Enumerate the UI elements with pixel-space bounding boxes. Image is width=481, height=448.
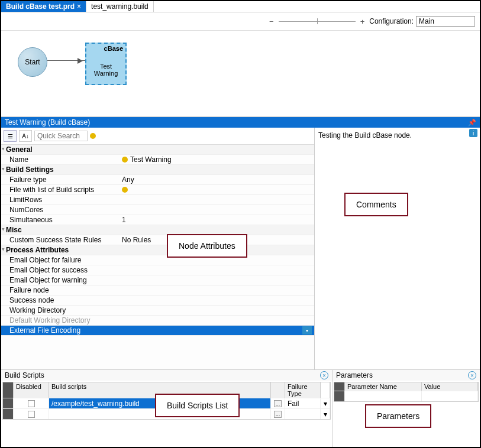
zoom-slider[interactable] — [279, 16, 356, 27]
row-selector-header — [3, 382, 14, 398]
cbase-node[interactable]: cBase Test Warning — [85, 43, 127, 85]
script-header[interactable]: Build scripts — [49, 382, 271, 398]
properties-title: Test Warning (Build cBase) — [5, 118, 90, 126]
failure-type-header[interactable]: Failure Type — [285, 382, 321, 398]
prop-file-scripts-value[interactable] — [120, 185, 314, 194]
table-row[interactable]: ... ▾ — [3, 408, 330, 419]
prop-failure-node-label: Failure node — [1, 285, 120, 295]
browse-header — [271, 382, 285, 398]
tab-label: Build cBase test.prd — [6, 2, 75, 11]
table-row[interactable]: /example/test_warning.build ... Fail ▾ — [3, 398, 330, 408]
failure-cell[interactable] — [285, 408, 321, 419]
tab-test-warning[interactable]: test_warning.build — [86, 1, 154, 12]
prop-working-dir-value[interactable] — [120, 306, 314, 315]
search-input[interactable] — [34, 131, 88, 141]
attributes-toolbar: ☰ A↓ — [1, 128, 314, 145]
tab-label: test_warning.build — [91, 2, 149, 11]
prop-limitrows-value[interactable] — [120, 195, 314, 204]
prop-name-label: Name — [1, 155, 120, 164]
group-build-settings[interactable]: Build Settings — [1, 165, 314, 174]
prop-email-warning-label: Email Object for warning — [1, 275, 120, 285]
comments-panel[interactable]: i Testing the Build cBase node. Comments — [315, 128, 480, 369]
param-value-header[interactable]: Value — [422, 382, 478, 391]
properties-header: Test Warning (Build cBase) 📌 — [1, 117, 480, 128]
start-node[interactable]: Start — [18, 47, 47, 77]
script-cell[interactable]: /example/test_warning.build — [49, 398, 271, 408]
row-selector-header — [334, 382, 345, 391]
prop-default-working-dir-label: Default Working Directory — [1, 316, 120, 325]
chevron-down-icon[interactable]: ▾ — [302, 326, 312, 335]
zoom-out-icon[interactable]: − — [267, 17, 276, 26]
prop-success-node-value[interactable] — [120, 296, 314, 305]
configuration-select[interactable] — [416, 16, 475, 27]
close-panel-icon[interactable]: × — [320, 371, 328, 379]
document-tabs: Build cBase test.prd × test_warning.buil… — [1, 1, 480, 12]
param-value-cell[interactable] — [422, 391, 478, 401]
browse-button[interactable]: ... — [274, 411, 282, 418]
table-row[interactable] — [334, 391, 478, 401]
row-selector-icon[interactable] — [334, 391, 345, 401]
row-selector-icon[interactable] — [3, 398, 14, 408]
row-selector-icon[interactable] — [3, 408, 14, 419]
disabled-checkbox[interactable] — [28, 400, 35, 407]
prop-external-encoding-label: External File Encoding — [1, 326, 120, 335]
prop-email-warning-value[interactable] — [120, 275, 314, 285]
warning-badge-icon — [90, 133, 96, 139]
prop-email-failure-value[interactable] — [120, 255, 314, 265]
prop-file-scripts-label: File with list of Build scripts — [1, 185, 120, 194]
parameters-panel: Parameters × Parameter Name Value Parame… — [332, 370, 480, 447]
annotation-parameters: Parameters — [365, 404, 431, 428]
build-scripts-panel: Build Scripts × Disabled Build scripts F… — [1, 370, 332, 447]
cbase-label: Test Warning — [88, 63, 124, 77]
info-icon[interactable]: i — [469, 129, 477, 137]
prop-numcores-value[interactable] — [120, 205, 314, 215]
attributes-panel: ☰ A↓ General NameTest Warning Build Sett… — [1, 128, 315, 369]
parameters-table: Parameter Name Value — [334, 382, 479, 402]
group-process-attributes[interactable]: Process Attributes — [1, 245, 314, 255]
group-misc[interactable]: Misc — [1, 225, 314, 235]
script-cell[interactable] — [49, 408, 271, 419]
param-name-header[interactable]: Parameter Name — [345, 382, 422, 391]
prop-limitrows-label: LimitRows — [1, 195, 120, 204]
workflow-canvas[interactable]: Start cBase Test Warning — [1, 31, 480, 117]
zoom-in-icon[interactable]: + — [358, 17, 367, 26]
browse-button[interactable]: ... — [274, 400, 282, 407]
categorize-button[interactable]: ☰ — [4, 130, 17, 142]
prop-name-value[interactable]: Test Warning — [120, 155, 314, 164]
prop-failure-node-value[interactable] — [120, 285, 314, 295]
prop-default-working-dir-value — [120, 316, 314, 325]
warning-badge-icon — [122, 157, 128, 163]
prop-success-node-label: Success node — [1, 296, 120, 305]
prop-failure-type-value[interactable]: Any — [120, 175, 314, 184]
close-panel-icon[interactable]: × — [468, 371, 476, 379]
cbase-title: cBase — [88, 45, 124, 52]
pin-icon[interactable]: 📌 — [468, 119, 476, 126]
config-bar: − + Configuration: — [1, 12, 480, 31]
annotation-comments: Comments — [344, 193, 408, 216]
close-icon[interactable]: × — [77, 2, 81, 11]
sort-button[interactable]: A↓ — [19, 130, 32, 142]
prop-simultaneous-label: Simultaneous — [1, 215, 120, 225]
build-scripts-table: Disabled Build scripts Failure Type /exa… — [2, 382, 331, 420]
build-scripts-title: Build Scripts — [5, 371, 44, 379]
connector-arrow — [47, 60, 85, 61]
prop-failure-type-label: Failure type — [1, 175, 120, 184]
param-name-cell[interactable] — [345, 391, 422, 401]
chevron-down-icon[interactable]: ▾ — [321, 398, 330, 408]
disabled-checkbox[interactable] — [28, 411, 35, 418]
prop-simultaneous-value[interactable]: 1 — [120, 215, 314, 225]
property-grid: General NameTest Warning Build Settings … — [1, 145, 314, 369]
prop-custom-rules-value[interactable]: No Rules — [120, 235, 314, 245]
parameters-title: Parameters — [336, 371, 373, 379]
prop-numcores-label: NumCores — [1, 205, 120, 215]
dropdown-header — [321, 382, 330, 398]
prop-external-encoding-value[interactable]: ▾ — [120, 326, 314, 335]
group-general[interactable]: General — [1, 145, 314, 154]
prop-email-success-label: Email Object for success — [1, 265, 120, 275]
configuration-label: Configuration: — [369, 17, 414, 25]
prop-email-success-value[interactable] — [120, 265, 314, 275]
disabled-header[interactable]: Disabled — [14, 382, 49, 398]
chevron-down-icon[interactable]: ▾ — [321, 408, 330, 419]
tab-build-cbase[interactable]: Build cBase test.prd × — [1, 1, 86, 12]
failure-cell[interactable]: Fail — [285, 398, 321, 408]
